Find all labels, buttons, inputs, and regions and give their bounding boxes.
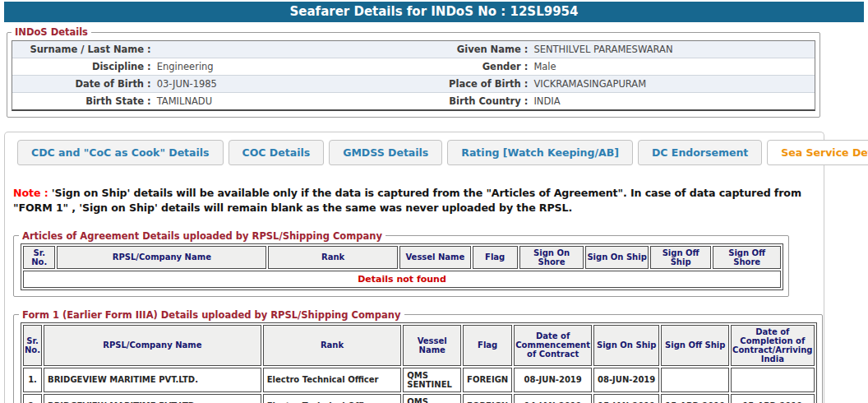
table-cell: 2. <box>23 394 42 403</box>
header-cell-rpsl-company-name: RPSL/Company Name <box>44 325 261 366</box>
header-cell-sign-off-ship: Sign Off Ship <box>650 246 712 269</box>
field-label: Date of Birth : <box>12 78 157 90</box>
header-cell-flag: Flag <box>473 246 518 269</box>
header-cell-rank: Rank <box>268 246 398 269</box>
header-cell-sign-on-ship: Sign On Ship <box>593 325 659 366</box>
indos-row: Date of Birth :03-JUN-1985Place of Birth… <box>12 76 815 93</box>
table-cell: Electro Technical Officer <box>263 394 402 403</box>
form1-legend: Form 1 (Earlier Form IIIA) Details uploa… <box>19 309 404 321</box>
field-value: Engineering <box>157 61 214 72</box>
header-cell-rpsl-company-name: RPSL/Company Name <box>57 246 266 269</box>
header-cell-vessel-name: Vessel Name <box>399 246 471 269</box>
field-label: Place of Birth : <box>413 78 533 90</box>
table-row: 1.BRIDGEVIEW MARITIME PVT.LTD.Electro Te… <box>23 368 815 392</box>
header-cell-rank: Rank <box>263 325 402 366</box>
note-text: Note : 'Sign on Ship' details will be av… <box>13 186 815 216</box>
articles-of-agreement-fieldset: Articles of Agreement Details uploaded b… <box>13 230 789 297</box>
form1-table: Sr. No.RPSL/Company NameRankVessel NameF… <box>21 322 817 403</box>
header-cell-sign-off-ship: Sign Off Ship <box>661 325 729 366</box>
header-cell-sign-off-shore: Sign Off Shore <box>713 246 781 269</box>
table-cell: 14-JAN-2019 <box>514 394 592 403</box>
table-cell: QMS SENTINEL <box>403 394 461 403</box>
tab-gmdss-details[interactable]: GMDSS Details <box>329 140 442 165</box>
indos-field-place-of-birth: Place of Birth :VICKRAMASINGAPURAM <box>413 76 815 92</box>
table-cell: FOREIGN <box>463 368 512 392</box>
header-cell-flag: Flag <box>463 325 512 366</box>
table-cell: BRIDGEVIEW MARITIME PVT.LTD. <box>44 368 261 392</box>
field-value: 03-JUN-1985 <box>157 78 217 90</box>
table-cell: 08-JUN-2019 <box>593 368 659 392</box>
indos-row: Birth State :TAMILNADUBirth Country :IND… <box>12 93 815 109</box>
table-row: Details not found <box>23 271 781 288</box>
indos-row: Surname / Last Name : Given Name :SENTHI… <box>12 41 815 58</box>
tab-sea-service-details[interactable]: Sea Service Details <box>767 140 868 165</box>
field-label: Given Name : <box>413 44 533 55</box>
table-cell: 1. <box>23 368 42 392</box>
indos-field-date-of-birth: Date of Birth :03-JUN-1985 <box>12 76 413 92</box>
indos-details-fieldset: INDoS Details Surname / Last Name : Give… <box>7 26 820 118</box>
field-label: Surname / Last Name : <box>12 44 157 55</box>
tab-dc-endorsement[interactable]: DC Endorsement <box>638 140 762 165</box>
articles-of-agreement-table: Sr. No.RPSL/Company NameRankVessel NameF… <box>21 243 783 290</box>
indos-details-legend: INDoS Details <box>12 26 91 38</box>
indos-field-discipline: Discipline :Engineering <box>12 58 413 75</box>
header-cell-date-of-commencement-of-contract: Date of Commencement of Contract <box>514 325 592 366</box>
header-cell-vessel-name: Vessel Name <box>403 325 461 366</box>
field-label: Gender : <box>413 61 533 72</box>
table-cell: 15-APR-2019 <box>661 394 729 403</box>
field-value <box>157 44 160 55</box>
table-cell: 15-JAN-2019 <box>593 394 659 403</box>
table-row: 2.BRIDGEVIEW MARITIME PVT.LTD.Electro Te… <box>23 394 815 403</box>
tab-cdc-and-coc-as-cook-details[interactable]: CDC and "CoC as Cook" Details <box>17 140 224 165</box>
field-label: Birth State : <box>12 95 157 107</box>
articles-of-agreement-legend: Articles of Agreement Details uploaded b… <box>19 230 386 242</box>
table-cell: 15-APR-2019 <box>731 394 814 403</box>
table-cell: Electro Technical Officer <box>263 368 402 392</box>
header-cell-sr-no: Sr. No. <box>23 325 42 366</box>
field-label: Discipline : <box>12 61 157 72</box>
header-cell-sr-no: Sr. No. <box>23 246 55 269</box>
field-value: INDIA <box>533 95 560 107</box>
table-cell <box>661 368 729 392</box>
indos-field-birth-country: Birth Country :INDIA <box>413 93 815 109</box>
note-prefix: Note : <box>13 187 52 199</box>
articles-table-body: Details not found <box>23 271 781 288</box>
table-cell: FOREIGN <box>463 394 512 403</box>
indos-field-gender: Gender :Male <box>413 58 815 75</box>
table-cell: QMS SENTINEL <box>403 368 461 392</box>
field-value: VICKRAMASINGAPURAM <box>533 78 646 90</box>
field-label: Birth Country : <box>413 95 533 107</box>
tab-rating-watch-keeping-ab[interactable]: Rating [Watch Keeping/AB] <box>447 140 633 165</box>
tab-coc-details[interactable]: COC Details <box>229 140 325 165</box>
indos-field-given-name: Given Name :SENTHILVEL PARAMESWARAN <box>413 41 815 58</box>
form1-fieldset: Form 1 (Earlier Form IIIA) Details uploa… <box>13 309 823 403</box>
field-value: TAMILNADU <box>157 95 212 107</box>
indos-details-table: Surname / Last Name : Given Name :SENTHI… <box>12 40 815 111</box>
form1-table-body: 1.BRIDGEVIEW MARITIME PVT.LTD.Electro Te… <box>23 368 815 403</box>
table-header-row: Sr. No.RPSL/Company NameRankVessel NameF… <box>23 325 815 366</box>
table-cell <box>731 368 814 392</box>
page-title: Seafarer Details for INDoS No : 12SL9954 <box>4 2 864 22</box>
indos-row: Discipline :EngineeringGender :Male <box>12 58 815 76</box>
field-value: Male <box>533 61 556 72</box>
header-cell-sign-on-shore: Sign On Shore <box>519 246 584 269</box>
table-cell: BRIDGEVIEW MARITIME PVT.LTD. <box>44 394 261 403</box>
tab-bar: CDC and "CoC as Cook" DetailsCOC Details… <box>5 132 824 165</box>
header-cell-sign-on-ship: Sign On Ship <box>585 246 648 269</box>
header-cell-date-of-completion-of-contract-arriving-india: Date of Completion of Contract/Arriving … <box>731 325 814 366</box>
note-body: 'Sign on Ship' details will be available… <box>13 187 801 214</box>
content-panel: CDC and "CoC as Cook" DetailsCOC Details… <box>4 132 824 403</box>
indos-field-birth-state: Birth State :TAMILNADU <box>12 93 413 109</box>
field-value: SENTHILVEL PARAMESWARAN <box>533 44 672 55</box>
table-header-row: Sr. No.RPSL/Company NameRankVessel NameF… <box>23 246 781 269</box>
indos-field-surname-last-name: Surname / Last Name : <box>12 41 413 58</box>
empty-message: Details not found <box>23 271 781 288</box>
table-cell: 08-JUN-2019 <box>514 368 592 392</box>
